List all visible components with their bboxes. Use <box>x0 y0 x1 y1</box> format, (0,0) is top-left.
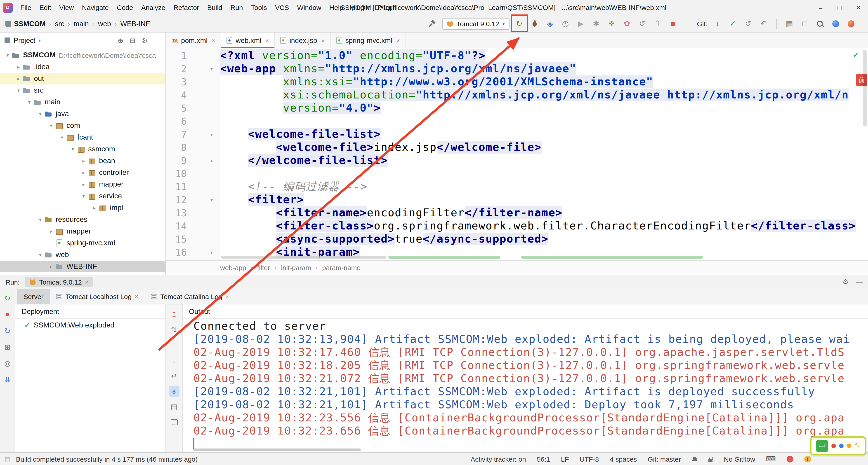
run-tab-tomcat-catalina-log[interactable]: Tomcat Catalina Log× <box>145 289 235 304</box>
hide-panel-icon[interactable]: — <box>856 278 863 286</box>
inspect-plugin-button[interactable]: ❖ <box>606 18 617 29</box>
build-button[interactable] <box>427 18 438 29</box>
run-config-select[interactable]: Tomcat 9.0.12▾ <box>442 18 509 30</box>
chevron-down-icon[interactable]: ▾ <box>14 88 23 93</box>
tree-item-fcant[interactable]: ▾fcant <box>0 131 165 143</box>
caret-position-widget[interactable]: 56:1 <box>537 455 550 463</box>
pin-button[interactable]: ◎ <box>2 358 13 369</box>
error-badge-widget[interactable]: ! <box>786 456 794 462</box>
git-branch-widget[interactable]: Git: master <box>648 455 681 463</box>
chevron-right-icon[interactable]: ▸ <box>80 158 88 164</box>
chevron-down-icon[interactable]: ▾ <box>36 111 44 117</box>
indent-widget[interactable]: 4 spaces <box>610 455 637 463</box>
breadcrumb-web-app[interactable]: web-app <box>220 264 246 271</box>
code-line-5[interactable]: version="4.0"> <box>220 102 868 115</box>
plugin-ball-blue-button[interactable] <box>830 18 841 29</box>
coverage-button[interactable]: ◈ <box>545 18 555 29</box>
stop-button[interactable]: ■ <box>668 18 678 29</box>
flower-plugin-button[interactable]: ✿ <box>621 18 632 29</box>
run-config-tab[interactable]: Tomcat 9.0.12 × <box>25 277 92 287</box>
chevron-right-icon[interactable]: ▸ <box>80 181 88 187</box>
breadcrumb-ssmcom[interactable]: SSMCOM <box>14 20 46 28</box>
tree-item-java[interactable]: ▾java <box>0 108 165 120</box>
fold-icon[interactable]: ▾ <box>187 249 220 256</box>
close-icon[interactable]: × <box>266 37 269 44</box>
collapse-all-button[interactable]: ⊟ <box>130 36 135 44</box>
chevron-right-icon[interactable]: ▸ <box>14 76 23 81</box>
tree-item-resources[interactable]: ▾resources <box>0 213 165 225</box>
console-line-9[interactable]: 02-Aug-2019 10:32:23.656 信息 [ContainerBa… <box>183 425 868 438</box>
menu-item-code[interactable]: Code <box>113 0 137 15</box>
code-line-2[interactable]: <web-app xmlns="http://xmlns.jcp.org/xml… <box>220 62 868 75</box>
console-line-7[interactable]: [2019-08-02 10:32:21,101] Artifact SSMCO… <box>183 398 868 411</box>
run-tab-server[interactable]: Server <box>17 289 50 304</box>
tree-item-ssmcom-2[interactable]: ▾ssmcom <box>0 143 165 155</box>
scroll-to-end-button[interactable]: ⇟ <box>168 386 180 397</box>
tree-item-mapper-2[interactable]: ▸mapper <box>0 225 165 237</box>
minimize-button[interactable]: – <box>811 0 830 15</box>
fold-icon[interactable]: ▾ <box>187 131 220 138</box>
notifications-widget[interactable] <box>692 456 697 462</box>
rerun-button[interactable]: ↻ <box>2 293 13 303</box>
chevron-right-icon[interactable]: ▸ <box>90 205 98 211</box>
editor-hscrollbar[interactable] <box>221 256 386 259</box>
tree-item-spring-mvc-xml[interactable]: spring-mvc.xml <box>0 237 165 249</box>
close-icon[interactable]: × <box>85 278 88 285</box>
code-line-3[interactable]: xmlns:xsi="http://www.w3.org/2001/XMLSch… <box>220 75 868 89</box>
settings-button[interactable]: ⚙ <box>142 36 148 44</box>
gitflow-widget[interactable]: No Gitflow <box>724 455 755 463</box>
close-icon[interactable]: × <box>135 293 138 300</box>
locate-button[interactable]: ⊕ <box>118 36 123 44</box>
project-panel-title[interactable]: Project <box>13 36 35 44</box>
close-button[interactable]: ✕ <box>849 0 868 15</box>
ime-toolbar[interactable]: 中 ✎ <box>810 436 866 455</box>
update-app-button[interactable]: ⇊ <box>2 374 13 385</box>
soft-wrap-button[interactable]: ↵ <box>168 370 180 381</box>
console-line-8[interactable]: 02-Aug-2019 10:32:23.556 信息 [ContainerBa… <box>183 411 868 425</box>
code-line-8[interactable]: <welcome-file>index.jsp</welcome-file> <box>220 141 868 154</box>
breadcrumb-web-inf[interactable]: WEB-INF <box>120 20 150 28</box>
code-line-13[interactable]: <filter-name>encodingFilter</filter-name… <box>220 206 868 220</box>
breadcrumb-init-param[interactable]: init-param <box>281 264 311 271</box>
tree-item-com[interactable]: ▾com <box>0 120 165 131</box>
git-history-button[interactable]: ↺ <box>743 18 754 29</box>
breadcrumb-web[interactable]: web <box>98 20 111 28</box>
line-ending-widget[interactable]: LF <box>561 455 569 463</box>
menu-item-run[interactable]: Run <box>226 0 247 15</box>
chevron-right-icon[interactable]: ▸ <box>14 64 23 70</box>
console-line-5[interactable]: 02-Aug-2019 10:32:21.072 信息 [RMI TCP Con… <box>183 372 868 385</box>
activity-tracker-widget[interactable]: Activity tracker: on <box>471 455 526 463</box>
layout-button[interactable]: ▦ <box>784 18 795 29</box>
chevron-down-icon[interactable]: ▾ <box>25 99 33 105</box>
run-play-button[interactable]: ▶ <box>575 18 586 29</box>
menu-item-window[interactable]: Window <box>293 0 325 15</box>
tree-item-out[interactable]: ▸out <box>0 73 165 85</box>
rerun-button[interactable]: ↻ <box>514 18 525 29</box>
code-line-9[interactable]: </welcome-file-list> <box>220 154 868 167</box>
tree-item-mapper[interactable]: ▸mapper <box>0 178 165 190</box>
console-line-2[interactable]: [2019-08-02 10:32:13,904] Artifact SSMCO… <box>183 333 868 346</box>
sort-button[interactable]: ⇅ <box>168 324 180 335</box>
profiler-button[interactable]: ◷ <box>560 18 571 29</box>
hide-button[interactable]: — <box>154 36 161 44</box>
event-badge-widget[interactable]: ! <box>804 456 811 462</box>
code-line-7[interactable]: <welcome-file-list> <box>220 128 868 141</box>
plugin-ball-red-button[interactable] <box>845 18 856 29</box>
code-line-1[interactable]: <?xml version="1.0" encoding="UTF-8"?> <box>220 49 868 62</box>
tree-item-service[interactable]: ▾service <box>0 190 165 202</box>
chevron-right-icon[interactable]: ▸ <box>47 264 55 269</box>
tree-item-main[interactable]: ▾main <box>0 96 165 108</box>
menu-item-vcs[interactable]: VCS <box>271 0 293 15</box>
tree-item-web-inf[interactable]: ▸WEB-INF <box>0 261 165 272</box>
deploy-button[interactable]: ⇧ <box>652 18 663 29</box>
chevron-down-icon[interactable]: ▾ <box>47 123 55 129</box>
git-commit-button[interactable]: ✓ <box>727 18 738 29</box>
chevron-right-icon[interactable]: ▸ <box>47 228 55 234</box>
breadcrumb-main[interactable]: main <box>74 20 89 28</box>
prev-message-button[interactable]: ↑ <box>168 340 180 351</box>
input-method-widget[interactable]: ⌨ <box>766 455 776 463</box>
git-update-button[interactable]: ↓ <box>712 18 723 29</box>
menu-item-edit[interactable]: Edit <box>35 0 55 15</box>
print-button[interactable]: ▤ <box>168 401 180 412</box>
fold-icon[interactable]: ▾ <box>187 66 220 72</box>
